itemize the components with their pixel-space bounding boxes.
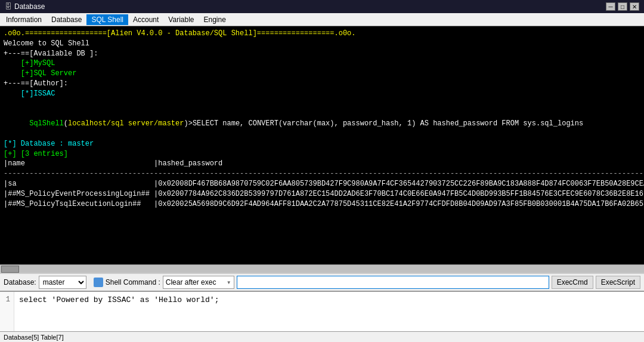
terminal-line: SqlShell(localhost/sql server/master)>SE… xyxy=(4,109,640,138)
terminal-line xyxy=(4,99,640,109)
sql-text: select 'Powered by ISSAC' as 'Hello worl… xyxy=(19,295,219,304)
db-icon: 🗄 xyxy=(5,2,12,11)
menu-item-variable[interactable]: Variable xyxy=(163,14,199,25)
menu-item-account[interactable]: Account xyxy=(128,14,163,25)
minimize-button[interactable]: ─ xyxy=(606,2,615,11)
database-select[interactable]: master xyxy=(39,276,86,289)
terminal-line: [+]MySQL xyxy=(4,58,640,69)
shell-command-value: Clear after exec xyxy=(166,278,224,286)
exec-script-button[interactable]: ExecScript xyxy=(596,276,640,289)
app-title: Database xyxy=(14,2,45,11)
title-bar-controls: ─ □ ✕ xyxy=(606,2,639,11)
menu-bar: Information Database SQL Shell Account V… xyxy=(0,13,644,26)
toolbar: Database: master Shell Command : Clear a… xyxy=(0,273,644,291)
terminal-output: .o0o.===================[Alien V4.0.0 - … xyxy=(0,26,644,264)
status-text: Database[5] Table[7] xyxy=(4,334,64,341)
terminal-line: Welcome to SQL Shell xyxy=(4,39,640,49)
terminal-line: |##MS_PolicyTsqlExecutionLogin## |0x0200… xyxy=(4,199,640,209)
menu-item-database[interactable]: Database xyxy=(47,14,86,25)
shell-command-dropdown[interactable]: Clear after exec ▼ xyxy=(163,276,234,289)
terminal-line: ----------------------------------------… xyxy=(4,169,640,179)
terminal-line: +---==[Available DB ]: xyxy=(4,49,640,59)
horizontal-scrollbar[interactable] xyxy=(0,264,644,273)
line-numbers: 1 xyxy=(0,292,14,331)
terminal-line: [*]ISSAC xyxy=(4,89,640,99)
shell-command-label: Shell Command : xyxy=(106,278,160,286)
database-label: Database: xyxy=(4,278,36,286)
sql-editor: 1 select 'Powered by ISSAC' as 'Hello wo… xyxy=(0,291,644,331)
main-container: .o0o.===================[Alien V4.0.0 - … xyxy=(0,26,644,342)
menu-item-information[interactable]: Information xyxy=(1,14,47,25)
scroll-thumb[interactable] xyxy=(1,266,19,273)
command-input[interactable] xyxy=(237,276,549,289)
title-bar-title: 🗄 Database xyxy=(5,2,45,11)
terminal-line: [*] Database : master xyxy=(4,139,640,149)
status-bar: Database[5] Table[7] xyxy=(0,331,644,342)
exec-cmd-button[interactable]: ExecCmd xyxy=(552,276,593,289)
terminal-line: [+]SQL Server xyxy=(4,69,640,79)
terminal-line: |name |hashed_password xyxy=(4,159,640,169)
terminal-line: [+] [3 entries] xyxy=(4,149,640,159)
shell-icon xyxy=(94,278,103,287)
terminal-line: +---==[Author]: xyxy=(4,79,640,89)
sql-content[interactable]: select 'Powered by ISSAC' as 'Hello worl… xyxy=(14,292,644,331)
terminal-line: .o0o.===================[Alien V4.0.0 - … xyxy=(4,29,640,39)
title-bar: 🗄 Database ─ □ ✕ xyxy=(0,0,644,13)
maximize-button[interactable]: □ xyxy=(618,2,627,11)
terminal-line: |sa |0x02008DF467BB68A9870759C02F6AA8057… xyxy=(4,179,640,189)
line-number: 1 xyxy=(4,294,10,305)
menu-item-engine[interactable]: Engine xyxy=(199,14,231,25)
close-button[interactable]: ✕ xyxy=(630,2,639,11)
menu-item-sql-shell[interactable]: SQL Shell xyxy=(86,14,128,25)
sql-editor-inner: 1 select 'Powered by ISSAC' as 'Hello wo… xyxy=(0,292,644,331)
terminal-line: |##MS_PolicyEventProcessingLogin## |0x02… xyxy=(4,189,640,199)
chevron-down-icon: ▼ xyxy=(227,280,231,285)
